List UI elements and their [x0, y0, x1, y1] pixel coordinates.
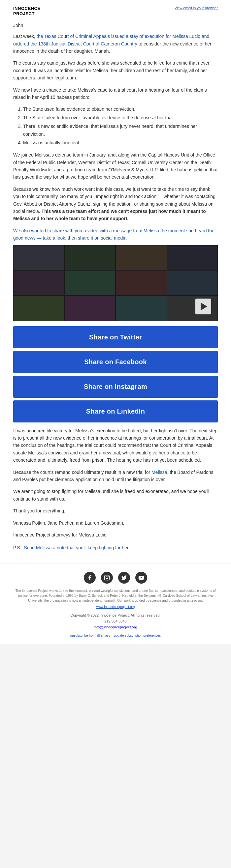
ps-label: P.S.	[13, 545, 22, 550]
video-link[interactable]: We also wanted to share with you a video…	[13, 227, 218, 242]
play-button[interactable]	[195, 299, 211, 314]
footer-unsubscribe: unsubscribe from all emails update subsc…	[0, 631, 231, 644]
footer-email: info@innocenceproject.org	[0, 624, 231, 631]
paragraph-1: Last week, the Texas Court of Criminal A…	[13, 33, 218, 55]
footer-social	[0, 564, 231, 588]
email-wrapper: INNOCENCE PROJECT View email in your bro…	[0, 0, 231, 644]
signature-1: Vanessa Potkin, Jane Pucher, and Lauren …	[13, 519, 218, 527]
ps-link[interactable]: Send Melissa a note that you'll keep fig…	[24, 545, 129, 550]
svg-point-1	[106, 577, 108, 579]
paragraph-6: It was an incredible victory for Melissa…	[13, 427, 218, 464]
video-thumbnail	[13, 245, 218, 321]
greeting: John —	[13, 23, 218, 28]
unsubscribe-link[interactable]: unsubscribe from all emails	[70, 634, 110, 637]
footer-legal-text: The Innocence Project works to free the …	[13, 588, 218, 603]
instagram-social-icon[interactable]	[101, 572, 113, 584]
paragraph-4: We joined Melissa's defense team in Janu…	[13, 151, 218, 181]
paragraph-7: Because the court's remand could ultimat…	[13, 469, 218, 484]
paragraph-8: We aren't going to stop fighting for Mel…	[13, 488, 218, 502]
paragraph-2: The court's stay came just two days befo…	[13, 59, 218, 82]
share-linkedin-button[interactable]: Share on LinkedIn	[13, 400, 218, 423]
signature-2: Innocence Project attorneys for Melissa …	[13, 531, 218, 538]
update-prefs-link[interactable]: update subscription preferences	[114, 634, 161, 637]
footer-legal: The Innocence Project works to free the …	[0, 588, 231, 611]
facebook-social-icon[interactable]	[84, 572, 96, 584]
main-content: John — Last week, the Texas Court of Cri…	[0, 20, 231, 563]
svg-rect-0	[105, 576, 110, 580]
footer-email-link[interactable]: info@innocenceproject.org	[94, 625, 137, 629]
play-icon	[201, 303, 207, 310]
share-instagram-button[interactable]: Share on Instagram	[13, 376, 218, 398]
paragraph-thanks: Thank you for everything,	[13, 507, 218, 515]
share-twitter-button[interactable]: Share on Twitter	[13, 326, 218, 348]
paragraph-5: Because we know how much work went into …	[13, 186, 218, 222]
svg-point-2	[108, 576, 109, 577]
ps-line: P.S. Send Melissa a note that you'll kee…	[13, 545, 218, 550]
footer-website-link[interactable]: www.innocenceproject.org	[96, 605, 135, 609]
header: INNOCENCE PROJECT View email in your bro…	[0, 0, 231, 20]
footer-copyright: Copyright © 2022 Innocence Project. All …	[0, 611, 231, 618]
twitter-social-icon[interactable]	[118, 572, 130, 584]
share-facebook-button[interactable]: Share on Facebook	[13, 351, 218, 373]
video-grid	[13, 245, 218, 321]
claims-list: The State used false evidence to obtain …	[23, 105, 218, 147]
paragraph-3: We now have a chance to take Melissa's c…	[13, 86, 218, 101]
logo: INNOCENCE PROJECT	[13, 6, 40, 16]
footer-phone: 212.364.5340	[0, 618, 231, 624]
list-item: Melissa is actually innocent.	[23, 139, 218, 147]
youtube-social-icon[interactable]	[135, 572, 147, 584]
list-item: There is new scientific evidence, that M…	[23, 123, 218, 138]
list-item: The State used false evidence to obtain …	[23, 105, 218, 113]
list-item: The State failed to turn over favorable …	[23, 114, 218, 122]
view-email-link[interactable]: View email in your browser	[175, 6, 218, 10]
video-container[interactable]	[13, 245, 218, 321]
